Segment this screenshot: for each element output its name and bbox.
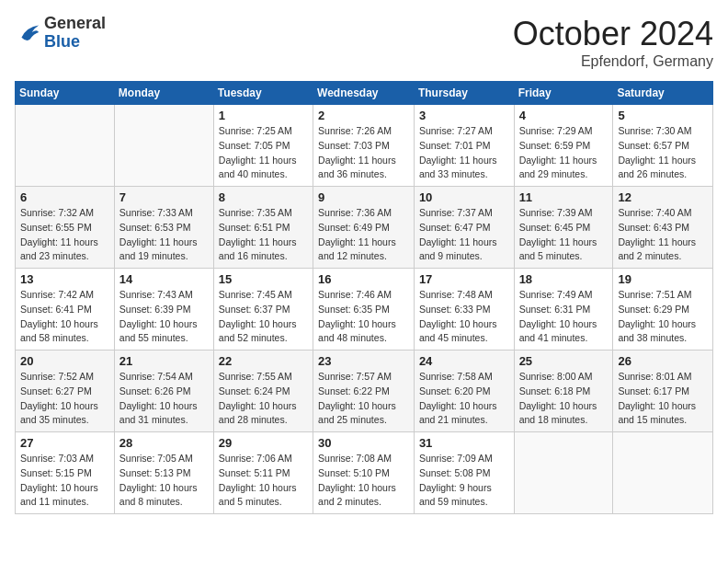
weekday-header-sunday: Sunday [16, 82, 115, 105]
logo-bird-icon [15, 20, 40, 46]
calendar-day-cell [114, 105, 213, 187]
logo: General Blue [15, 15, 106, 52]
day-number: 22 [219, 354, 308, 368]
calendar-day-cell: 8Sunrise: 7:35 AMSunset: 6:51 PMDaylight… [213, 187, 313, 269]
day-number: 17 [419, 272, 509, 286]
calendar-day-cell [16, 105, 115, 187]
day-info: Sunrise: 7:52 AMSunset: 6:27 PMDaylight:… [20, 370, 109, 428]
day-info: Sunrise: 7:35 AMSunset: 6:51 PMDaylight:… [219, 206, 308, 264]
calendar-week-row: 13Sunrise: 7:42 AMSunset: 6:41 PMDayligh… [16, 269, 713, 350]
logo-blue-text: Blue [44, 33, 106, 52]
calendar-day-cell: 7Sunrise: 7:33 AMSunset: 6:53 PMDaylight… [114, 187, 213, 269]
day-info: Sunrise: 7:37 AMSunset: 6:47 PMDaylight:… [419, 206, 509, 264]
weekday-header-wednesday: Wednesday [313, 82, 415, 105]
day-info: Sunrise: 7:43 AMSunset: 6:39 PMDaylight:… [119, 288, 209, 346]
day-info: Sunrise: 7:25 AMSunset: 7:05 PMDaylight:… [219, 124, 308, 182]
day-number: 9 [318, 190, 409, 204]
calendar-day-cell: 27Sunrise: 7:03 AMSunset: 5:15 PMDayligh… [16, 432, 115, 514]
day-info: Sunrise: 7:09 AMSunset: 5:08 PMDaylight:… [419, 452, 509, 510]
day-number: 10 [419, 190, 509, 204]
day-info: Sunrise: 7:26 AMSunset: 7:03 PMDaylight:… [318, 124, 409, 182]
calendar-day-cell: 29Sunrise: 7:06 AMSunset: 5:11 PMDayligh… [213, 432, 313, 514]
calendar-table: SundayMondayTuesdayWednesdayThursdayFrid… [15, 81, 713, 514]
day-info: Sunrise: 7:30 AMSunset: 6:57 PMDaylight:… [618, 124, 708, 182]
day-number: 31 [419, 436, 509, 450]
day-info: Sunrise: 7:45 AMSunset: 6:37 PMDaylight:… [219, 288, 308, 346]
day-number: 21 [119, 354, 209, 368]
day-info: Sunrise: 7:39 AMSunset: 6:45 PMDaylight:… [519, 206, 609, 264]
day-info: Sunrise: 7:58 AMSunset: 6:20 PMDaylight:… [419, 370, 509, 428]
day-info: Sunrise: 7:49 AMSunset: 6:31 PMDaylight:… [519, 288, 609, 346]
day-number: 8 [219, 190, 308, 204]
calendar-week-row: 6Sunrise: 7:32 AMSunset: 6:55 PMDaylight… [16, 187, 713, 269]
calendar-day-cell: 16Sunrise: 7:46 AMSunset: 6:35 PMDayligh… [313, 269, 415, 350]
day-info: Sunrise: 8:00 AMSunset: 6:18 PMDaylight:… [519, 370, 609, 428]
weekday-header-row: SundayMondayTuesdayWednesdayThursdayFrid… [16, 82, 713, 105]
day-info: Sunrise: 8:01 AMSunset: 6:17 PMDaylight:… [618, 370, 708, 428]
day-info: Sunrise: 7:42 AMSunset: 6:41 PMDaylight:… [20, 288, 109, 346]
day-info: Sunrise: 7:46 AMSunset: 6:35 PMDaylight:… [318, 288, 409, 346]
day-number: 25 [519, 354, 609, 368]
calendar-week-row: 1Sunrise: 7:25 AMSunset: 7:05 PMDaylight… [16, 105, 713, 187]
day-number: 23 [318, 354, 409, 368]
day-number: 2 [318, 109, 409, 122]
calendar-day-cell: 31Sunrise: 7:09 AMSunset: 5:08 PMDayligh… [414, 432, 514, 514]
day-info: Sunrise: 7:36 AMSunset: 6:49 PMDaylight:… [318, 206, 409, 264]
weekday-header-saturday: Saturday [613, 82, 713, 105]
calendar-day-cell: 26Sunrise: 8:01 AMSunset: 6:17 PMDayligh… [613, 350, 713, 432]
calendar-day-cell: 14Sunrise: 7:43 AMSunset: 6:39 PMDayligh… [114, 269, 213, 350]
calendar-day-cell: 12Sunrise: 7:40 AMSunset: 6:43 PMDayligh… [613, 187, 713, 269]
day-number: 15 [219, 272, 308, 286]
calendar-day-cell: 20Sunrise: 7:52 AMSunset: 6:27 PMDayligh… [16, 350, 115, 432]
day-info: Sunrise: 7:27 AMSunset: 7:01 PMDaylight:… [419, 124, 509, 182]
day-info: Sunrise: 7:54 AMSunset: 6:26 PMDaylight:… [119, 370, 209, 428]
calendar-day-cell: 10Sunrise: 7:37 AMSunset: 6:47 PMDayligh… [414, 187, 514, 269]
calendar-day-cell: 23Sunrise: 7:57 AMSunset: 6:22 PMDayligh… [313, 350, 415, 432]
day-number: 20 [20, 354, 109, 368]
calendar-day-cell: 15Sunrise: 7:45 AMSunset: 6:37 PMDayligh… [213, 269, 313, 350]
calendar-day-cell: 18Sunrise: 7:49 AMSunset: 6:31 PMDayligh… [514, 269, 613, 350]
day-number: 7 [119, 190, 209, 204]
calendar-day-cell: 30Sunrise: 7:08 AMSunset: 5:10 PMDayligh… [313, 432, 415, 514]
day-info: Sunrise: 7:08 AMSunset: 5:10 PMDaylight:… [318, 452, 409, 510]
day-number: 27 [20, 436, 109, 450]
location-title: Epfendorf, Germany [513, 53, 713, 70]
day-number: 19 [618, 272, 708, 286]
day-info: Sunrise: 7:48 AMSunset: 6:33 PMDaylight:… [419, 288, 509, 346]
calendar-week-row: 27Sunrise: 7:03 AMSunset: 5:15 PMDayligh… [16, 432, 713, 514]
calendar-day-cell: 19Sunrise: 7:51 AMSunset: 6:29 PMDayligh… [613, 269, 713, 350]
day-info: Sunrise: 7:40 AMSunset: 6:43 PMDaylight:… [618, 206, 708, 264]
day-number: 13 [20, 272, 109, 286]
month-title: October 2024 [513, 15, 713, 53]
day-number: 16 [318, 272, 409, 286]
calendar-day-cell: 5Sunrise: 7:30 AMSunset: 6:57 PMDaylight… [613, 105, 713, 187]
day-number: 14 [119, 272, 209, 286]
day-number: 18 [519, 272, 609, 286]
day-number: 1 [219, 109, 308, 122]
calendar-day-cell: 13Sunrise: 7:42 AMSunset: 6:41 PMDayligh… [16, 269, 115, 350]
weekday-header-tuesday: Tuesday [213, 82, 313, 105]
logo-general-text: General [44, 15, 106, 33]
calendar-day-cell: 6Sunrise: 7:32 AMSunset: 6:55 PMDaylight… [16, 187, 115, 269]
day-number: 11 [519, 190, 609, 204]
day-info: Sunrise: 7:06 AMSunset: 5:11 PMDaylight:… [219, 452, 308, 510]
calendar-day-cell: 3Sunrise: 7:27 AMSunset: 7:01 PMDaylight… [414, 105, 514, 187]
calendar-day-cell: 17Sunrise: 7:48 AMSunset: 6:33 PMDayligh… [414, 269, 514, 350]
day-info: Sunrise: 7:51 AMSunset: 6:29 PMDaylight:… [618, 288, 708, 346]
day-number: 6 [20, 190, 109, 204]
calendar-day-cell: 21Sunrise: 7:54 AMSunset: 6:26 PMDayligh… [114, 350, 213, 432]
day-number: 12 [618, 190, 708, 204]
calendar-day-cell: 4Sunrise: 7:29 AMSunset: 6:59 PMDaylight… [514, 105, 613, 187]
day-info: Sunrise: 7:05 AMSunset: 5:13 PMDaylight:… [119, 452, 209, 510]
calendar-day-cell: 1Sunrise: 7:25 AMSunset: 7:05 PMDaylight… [213, 105, 313, 187]
calendar-day-cell [514, 432, 613, 514]
day-info: Sunrise: 7:32 AMSunset: 6:55 PMDaylight:… [20, 206, 109, 264]
day-info: Sunrise: 7:03 AMSunset: 5:15 PMDaylight:… [20, 452, 109, 510]
weekday-header-thursday: Thursday [414, 82, 514, 105]
day-info: Sunrise: 7:33 AMSunset: 6:53 PMDaylight:… [119, 206, 209, 264]
day-info: Sunrise: 7:29 AMSunset: 6:59 PMDaylight:… [519, 124, 609, 182]
weekday-header-friday: Friday [514, 82, 613, 105]
weekday-header-monday: Monday [114, 82, 213, 105]
title-block: October 2024 Epfendorf, Germany [513, 15, 713, 70]
calendar-day-cell [613, 432, 713, 514]
